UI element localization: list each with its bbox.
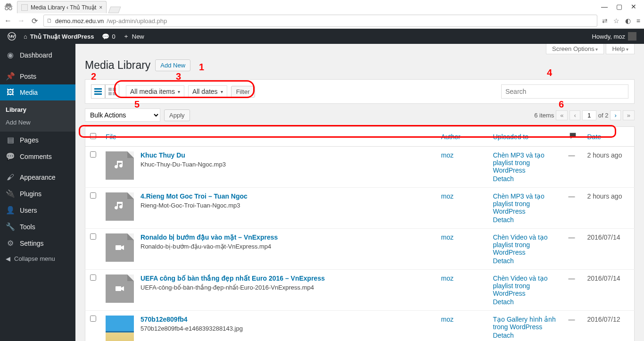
author-link[interactable]: moz <box>441 233 454 241</box>
new-content-link[interactable]: ＋ New <box>119 29 148 44</box>
thumbnail-video <box>106 274 134 303</box>
uploaded-to-link[interactable]: Chèn MP3 và tạo playlist trong WordPress <box>493 151 545 174</box>
author-link[interactable]: moz <box>441 192 454 200</box>
bulk-actions-select[interactable]: Bulk Actions <box>85 108 160 122</box>
date-cell: 2 hours ago <box>583 147 635 188</box>
row-checkbox[interactable] <box>90 151 96 158</box>
author-link[interactable]: moz <box>441 151 454 159</box>
new-tab-button[interactable] <box>108 7 121 13</box>
sidebar-item-comments[interactable]: 💬Comments <box>0 148 75 165</box>
address-bar[interactable]: 🗋 demo.moz.edu.vn/wp-admin/upload.php <box>43 15 597 27</box>
nav-forward-icon[interactable]: → <box>17 17 25 25</box>
window-close-icon[interactable]: ✕ <box>631 3 636 10</box>
sidebar-item-plugins[interactable]: 🔌Plugins <box>0 185 75 202</box>
row-checkbox[interactable] <box>90 316 96 322</box>
uploaded-to-link[interactable]: Tạo Gallery hình ảnh trong WordPress <box>493 316 556 331</box>
row-checkbox[interactable] <box>90 233 96 240</box>
window-minimize-icon[interactable]: — <box>601 3 608 10</box>
view-grid-button[interactable] <box>105 84 119 99</box>
detach-link[interactable]: Detach <box>493 298 559 306</box>
col-file[interactable]: File <box>101 127 437 147</box>
svg-rect-8 <box>108 92 112 95</box>
next-page-button[interactable]: › <box>610 110 620 120</box>
current-page-input[interactable] <box>582 110 596 120</box>
browser-chrome: Media Library ‹ Thủ Thuật × — ▢ ✕ ← → ⟳ … <box>0 0 644 29</box>
media-title-link[interactable]: Khuc Thuy Du <box>140 151 226 159</box>
sidebar-item-settings[interactable]: ⚙Settings <box>0 235 75 251</box>
table-row: Ronaldo bị bướm đậu vào mặt – VnExpressR… <box>85 229 635 270</box>
col-date[interactable]: Date <box>583 127 635 147</box>
sidebar-item-posts[interactable]: 📌Posts <box>0 68 75 84</box>
row-checkbox[interactable] <box>90 274 96 281</box>
media-title-link[interactable]: 570b12e809fb4 <box>140 316 243 323</box>
detach-link[interactable]: Detach <box>493 216 559 224</box>
table-row: 4.Rieng Mot Goc Troi – Tuan NgocRieng-Mo… <box>85 188 635 229</box>
sidebar-item-media[interactable]: 🖾Media <box>0 84 75 100</box>
incognito-icon <box>2 2 15 11</box>
window-maximize-icon[interactable]: ▢ <box>616 3 622 10</box>
media-filename: Khuc-Thuy-Du-Tuan-Ngoc.mp3 <box>140 161 226 168</box>
uploaded-to-link[interactable]: Chèn Video và tạo playlist trong WordPre… <box>493 274 548 297</box>
media-filename: Ronaldo-bị-bướm-đậu-vào-mặt-VnExpress.mp… <box>140 243 278 250</box>
site-name-link[interactable]: ⌂ Thủ Thuật WordPress <box>20 29 98 44</box>
media-type-filter[interactable]: All media items <box>126 85 184 98</box>
submenu-add-new[interactable]: Add New <box>0 116 75 129</box>
detach-link[interactable]: Detach <box>493 175 559 183</box>
screen-options-button[interactable]: Screen Options <box>546 44 604 54</box>
translate-icon[interactable]: ⇄ <box>602 17 608 25</box>
comments-cell: — <box>564 311 583 341</box>
media-submenu: Library Add New <box>0 100 75 132</box>
pin-icon: 📌 <box>6 72 15 81</box>
apply-button[interactable]: Apply <box>164 109 190 121</box>
table-row: UEFA công bố bàn thắng đẹp nhất Euro 201… <box>85 270 635 311</box>
comments-cell: — <box>564 270 583 311</box>
sidebar-item-dashboard[interactable]: ◉Dashboard <box>0 47 75 63</box>
svg-rect-6 <box>108 88 112 91</box>
date-cell: 2016/07/12 <box>583 311 635 341</box>
last-page-button[interactable]: » <box>623 110 635 120</box>
author-link[interactable]: moz <box>441 274 454 282</box>
nav-back-icon[interactable]: ← <box>4 17 12 25</box>
submenu-library[interactable]: Library <box>0 103 75 116</box>
comments-link[interactable]: 💬 0 <box>98 29 119 44</box>
wp-logo-menu[interactable] <box>4 29 20 44</box>
sidebar-item-appearance[interactable]: 🖌Appearance <box>0 169 75 185</box>
uploaded-to-link[interactable]: Chèn Video và tạo playlist trong WordPre… <box>493 233 548 256</box>
svg-point-1 <box>9 7 12 10</box>
sidebar-item-users[interactable]: 👤Users <box>0 202 75 218</box>
col-author[interactable]: Author <box>437 127 488 147</box>
browser-tab[interactable]: Media Library ‹ Thủ Thuật × <box>17 1 107 13</box>
browser-menu-icon[interactable]: ≡ <box>636 17 640 25</box>
first-page-button[interactable]: « <box>556 110 568 120</box>
svg-rect-4 <box>94 91 102 92</box>
pages-icon: ▤ <box>6 135 15 144</box>
sidebar-item-tools[interactable]: 🔧Tools <box>0 218 75 235</box>
view-list-button[interactable] <box>91 84 105 99</box>
detach-link[interactable]: Detach <box>493 332 559 339</box>
nav-reload-icon[interactable]: ⟳ <box>30 17 39 25</box>
favicon-icon <box>21 4 28 11</box>
col-comments[interactable] <box>564 127 583 147</box>
search-input[interactable] <box>501 84 628 99</box>
help-button[interactable]: Help <box>606 44 635 54</box>
col-uploaded-to[interactable]: Uploaded to <box>488 127 564 147</box>
bookmark-icon[interactable]: ☆ <box>613 17 619 25</box>
settings-icon: ⚙ <box>6 239 15 248</box>
collapse-menu[interactable]: ◀Collapse menu <box>0 251 75 266</box>
row-checkbox[interactable] <box>90 192 96 199</box>
media-title-link[interactable]: UEFA công bố bàn thắng đẹp nhất Euro 201… <box>140 274 325 282</box>
filter-button[interactable]: Filter <box>231 86 255 98</box>
dashboard-icon: ◉ <box>6 50 15 59</box>
author-link[interactable]: moz <box>441 316 454 323</box>
uploaded-to-link[interactable]: Chèn MP3 và tạo playlist trong WordPress <box>493 192 545 215</box>
media-title-link[interactable]: Ronaldo bị bướm đậu vào mặt – VnExpress <box>140 233 278 241</box>
detach-link[interactable]: Detach <box>493 257 559 265</box>
add-new-button[interactable]: Add New <box>155 59 190 71</box>
tab-close-icon[interactable]: × <box>99 4 102 11</box>
prev-page-button[interactable]: ‹ <box>570 110 580 120</box>
sidebar-item-pages[interactable]: ▤Pages <box>0 132 75 148</box>
date-filter[interactable]: All dates <box>188 85 227 98</box>
select-all-checkbox[interactable] <box>90 133 96 139</box>
user-menu[interactable]: Howdy, moz <box>588 29 640 44</box>
media-title-link[interactable]: 4.Rieng Mot Goc Troi – Tuan Ngoc <box>140 192 248 200</box>
